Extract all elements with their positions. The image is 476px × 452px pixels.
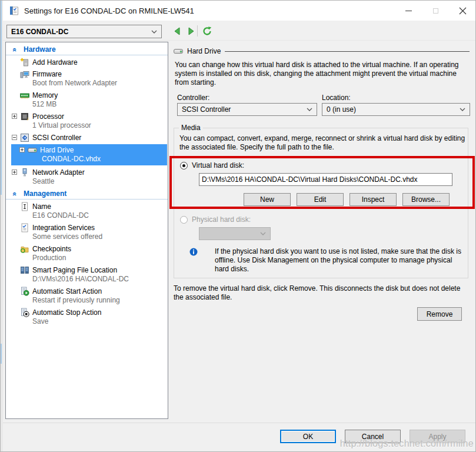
sidebar-item-subtext: CONDAL-DC.vhdx [11,155,167,164]
sidebar-item-add-hardware[interactable]: Add Hardware [6,57,168,67]
title-bar: Settings for E16 CONDAL-DC on RMILNE-LW5… [3,1,476,21]
settings-dialog-icon [9,5,19,16]
refresh-button[interactable] [202,26,212,36]
sidebar-item-subtext: Seattle [6,177,168,187]
chevron-down-icon [460,108,465,111]
background-window-edge [1,1,3,452]
location-dropdown[interactable]: 0 (in use) [322,103,470,116]
chevron-down-icon [151,30,157,34]
automatic-stop-action-icon [20,308,29,317]
maximize-button [422,1,449,21]
sidebar-item-checkpoints[interactable]: Checkpoints Production [6,244,168,263]
sidebar-item-integration-services[interactable]: Integration Services Some services offer… [6,222,168,242]
vm-selector-value: E16 CONDAL-DC [11,28,68,36]
sidebar-item-processor[interactable]: Processor 1 Virtual processor [6,111,168,131]
navigate-forward-button[interactable] [185,26,196,36]
minimize-button[interactable] [395,1,422,21]
sidebar-item-name[interactable]: Name E16 CONDAL-DC [6,201,168,221]
section-header-management[interactable]: « Management [6,188,168,200]
chevron-down-icon [307,108,312,111]
network-adapter-icon [20,168,29,177]
vm-selector-dropdown[interactable]: E16 CONDAL-DC [6,25,162,38]
collapse-icon[interactable] [12,135,17,140]
sidebar-item-scsi-controller[interactable]: SCSI Controller [6,132,168,142]
close-icon [459,7,467,15]
radio-selected-icon[interactable] [180,162,188,170]
remove-button[interactable]: Remove [417,307,462,321]
firmware-icon [20,69,29,79]
expand-icon[interactable] [19,147,25,152]
info-icon [189,248,198,256]
close-button[interactable] [449,1,476,21]
sidebar-item-subtext: 512 MB [6,100,168,109]
edit-button[interactable]: Edit [297,193,344,206]
ok-button[interactable]: OK [280,430,336,443]
sidebar-item-subtext: Restart if previously running [6,296,168,305]
remove-note-text: To remove the virtual hard disk, click R… [174,284,470,302]
smart-paging-icon [20,265,29,275]
controller-label: Controller: [177,94,209,102]
toolbar: E16 CONDAL-DC [3,21,476,41]
maximize-icon [433,8,438,14]
virtual-hard-disk-option[interactable]: Virtual hard disk: [180,161,244,170]
location-value: 0 (in use) [327,105,356,114]
media-group: Media You can compact, convert, expand, … [174,128,468,278]
physical-hard-disk-label: Physical hard disk: [192,215,251,224]
radio-unselected-icon [180,216,188,224]
vhd-path-input[interactable] [199,173,452,186]
checkpoints-icon [20,244,29,254]
controller-dropdown[interactable]: SCSI Controller [177,103,317,116]
window-title: Settings for E16 CONDAL-DC on RMILNE-LW5… [24,6,194,15]
processor-icon [20,112,29,121]
inspect-button[interactable]: Inspect [349,193,397,206]
scsi-controller-icon [20,133,29,142]
sidebar-item-automatic-start-action[interactable]: Automatic Start Action Restart if previo… [6,286,168,305]
watermark-text: http://blogs.technet.com/rmilne [340,438,474,449]
controller-value: SCSI Controller [182,105,231,114]
settings-window: Settings for E16 CONDAL-DC on RMILNE-LW5… [0,0,476,452]
memory-icon [20,91,29,100]
hard-drive-icon [174,46,183,56]
panel-group-header: Hard Drive [174,46,470,56]
navigate-back-button[interactable] [172,26,183,36]
section-label: Hardware [24,45,56,54]
settings-navigation-tree: « Hardware Add Hardware [5,42,168,419]
expand-icon[interactable] [12,114,17,119]
sidebar-item-firmware[interactable]: Firmware Boot from Network Adapter [6,69,168,88]
sidebar-item-subtext: 1 Virtual processor [6,121,168,131]
sidebar-item-automatic-stop-action[interactable]: Automatic Stop Action Save [6,307,168,327]
new-button[interactable]: New [244,193,291,206]
hard-drive-icon [28,145,37,155]
chevron-down-icon [260,232,266,235]
section-label: Management [24,190,66,198]
header-rule [225,51,470,52]
minimize-icon [405,11,412,11]
sidebar-item-subtext: Some services offered [6,232,168,242]
sidebar-item-subtext: Production [6,254,168,263]
collapse-section-icon: « [11,45,19,54]
sidebar-item-smart-paging[interactable]: Smart Paging File Location D:\VMs\2016 H… [6,265,168,284]
browse-button[interactable]: Browse... [402,193,450,206]
name-icon [20,202,29,211]
sidebar-item-network-adapter[interactable]: Network Adapter Seattle [6,167,168,187]
sidebar-item-subtext: Boot from Network Adapter [6,79,168,88]
integration-services-icon [20,223,29,232]
media-description: You can compact, convert, expand, merge,… [179,134,468,152]
physical-disk-info-text: If the physical hard disk you want to us… [215,247,467,274]
expand-icon[interactable] [12,170,17,175]
physical-hard-disk-option: Physical hard disk: [180,215,251,224]
virtual-hard-disk-label: Virtual hard disk: [192,161,244,170]
sidebar-item-memory[interactable]: Memory 512 MB [6,90,168,109]
panel-title: Hard Drive [187,47,221,55]
footer-divider [3,423,476,423]
sidebar-item-subtext: E16 CONDAL-DC [6,211,168,221]
media-group-label: Media [179,124,203,132]
intro-text: You can change how this virtual hard dis… [175,61,470,87]
collapse-section-icon: « [11,190,19,198]
sidebar-item-subtext: D:\VMs\2016 HA\CONDAL-DC [6,275,168,284]
physical-disk-dropdown [199,227,271,240]
sidebar-item-subtext: Save [6,317,168,327]
sidebar-item-hard-drive-selected[interactable]: Hard Drive CONDAL-DC.vhdx [11,144,167,165]
section-header-hardware[interactable]: « Hardware [6,44,168,55]
automatic-start-action-icon [20,287,29,296]
